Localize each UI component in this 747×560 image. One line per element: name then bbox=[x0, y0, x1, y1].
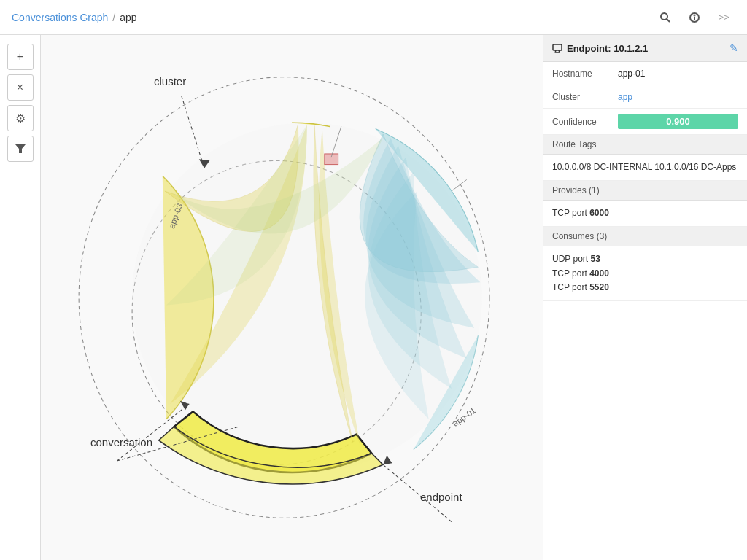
svg-line-1 bbox=[667, 19, 670, 22]
right-panel: Endpoint: 10.1.2.1 ✎ Hostname app-01 Clu… bbox=[543, 35, 747, 560]
search-button[interactable] bbox=[654, 6, 677, 29]
cluster-label-text: Cluster bbox=[552, 92, 618, 102]
endpoint-title: Endpoint: 10.1.2.1 bbox=[567, 43, 648, 54]
hostname-label: Hostname bbox=[552, 69, 618, 79]
provides-header: Provides (1) bbox=[543, 181, 747, 201]
confidence-value: 0.900 bbox=[618, 114, 738, 129]
header: Conversations Graph / app >> bbox=[0, 0, 747, 35]
remove-button[interactable]: × bbox=[7, 74, 34, 101]
monitor-icon bbox=[552, 43, 562, 53]
route-tags-value: 10.0.0.0/8 DC-INTERNAL 10.1.0.0/16 DC-Ap… bbox=[543, 155, 747, 181]
svg-point-4 bbox=[694, 15, 695, 15]
main-content: + × ⚙ bbox=[0, 35, 747, 560]
expand-button[interactable]: >> bbox=[712, 6, 735, 29]
breadcrumb-separator: / bbox=[112, 12, 115, 23]
svg-line-11 bbox=[182, 96, 204, 168]
breadcrumb-sub: app bbox=[120, 12, 136, 23]
filter-button[interactable] bbox=[7, 136, 34, 162]
provides-value: TCP port 6000 bbox=[543, 201, 747, 227]
panel-header: Endpoint: 10.1.2.1 ✎ bbox=[543, 35, 747, 62]
svg-text:app-01: app-01 bbox=[451, 406, 477, 428]
settings-button[interactable]: ⚙ bbox=[7, 105, 34, 131]
consumes-values: UDP port 53 TCP port 4000 TCP port 5520 bbox=[543, 246, 747, 301]
svg-marker-17 bbox=[383, 456, 392, 465]
consumes-port-3: 5520 bbox=[589, 282, 609, 292]
cluster-value[interactable]: app bbox=[618, 92, 738, 102]
consumes-port-1: 53 bbox=[590, 254, 600, 264]
confidence-row: Confidence 0.900 bbox=[543, 109, 747, 135]
provides-port: 6000 bbox=[589, 208, 609, 218]
endpoint-label: endpoint bbox=[420, 491, 462, 503]
left-toolbar: + × ⚙ bbox=[0, 35, 41, 560]
consumes-port-2: 4000 bbox=[589, 268, 609, 279]
svg-marker-5 bbox=[15, 144, 26, 153]
svg-point-0 bbox=[661, 13, 667, 20]
graph-area[interactable]: app-03 app-01 cluster conversation endpo… bbox=[41, 35, 543, 560]
add-button[interactable]: + bbox=[7, 44, 34, 70]
cluster-row: Cluster app bbox=[543, 85, 747, 109]
edit-icon[interactable]: ✎ bbox=[729, 42, 738, 54]
header-icons: >> bbox=[654, 6, 735, 29]
svg-line-21 bbox=[452, 179, 467, 191]
conversation-label: conversation bbox=[90, 436, 152, 448]
breadcrumb: Conversations Graph / app bbox=[12, 12, 137, 23]
consumes-header: Consumes (3) bbox=[543, 227, 747, 246]
confidence-label: Confidence bbox=[552, 117, 618, 127]
route-tags-header: Route Tags bbox=[543, 135, 747, 155]
breadcrumb-main[interactable]: Conversations Graph bbox=[12, 12, 108, 23]
graph-svg: app-03 app-01 bbox=[41, 35, 543, 560]
hostname-value: app-01 bbox=[618, 69, 738, 79]
hostname-row: Hostname app-01 bbox=[543, 62, 747, 85]
svg-rect-22 bbox=[553, 44, 562, 50]
cluster-label: cluster bbox=[154, 75, 186, 88]
panel-title: Endpoint: 10.1.2.1 bbox=[552, 43, 648, 54]
info-button[interactable] bbox=[683, 6, 706, 29]
svg-rect-9 bbox=[325, 154, 338, 165]
